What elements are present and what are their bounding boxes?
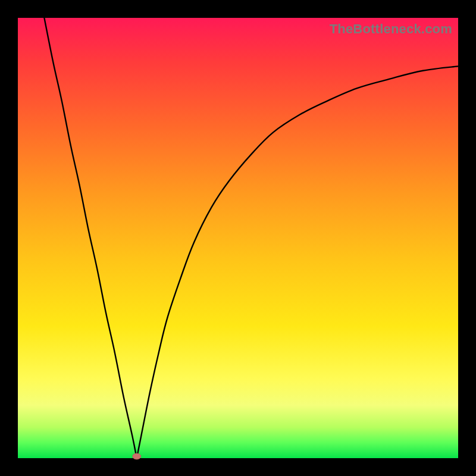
- chart-frame: TheBottleneck.com: [0, 0, 476, 476]
- curve-left-branch: [44, 18, 136, 458]
- minimum-marker: [133, 453, 141, 459]
- bottleneck-curve: [18, 18, 458, 458]
- plot-area: TheBottleneck.com: [18, 18, 458, 458]
- curve-right-branch: [137, 66, 458, 458]
